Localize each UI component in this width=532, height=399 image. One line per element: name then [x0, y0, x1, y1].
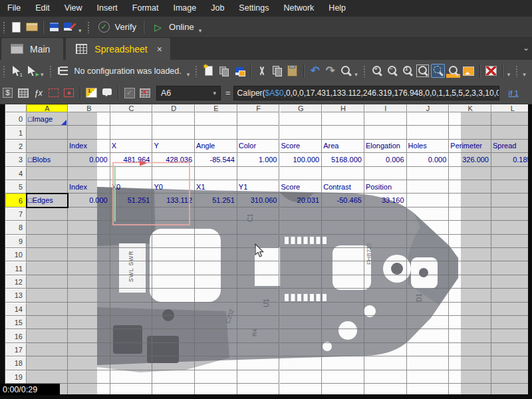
grid-cell-D3[interactable]: 428.036 [152, 153, 195, 166]
grid-cell-J18[interactable] [407, 356, 450, 370]
grid-cell-K11[interactable] [449, 261, 491, 275]
column-header-D[interactable]: D [152, 104, 195, 112]
grid-cell-I12[interactable] [364, 275, 407, 289]
grid-cell-D6[interactable]: 133.112 [152, 194, 195, 207]
grid-cell-C3[interactable]: 481.964 [110, 153, 153, 166]
grid-cell-E1[interactable] [195, 126, 237, 139]
row-header-15[interactable]: 15 [5, 316, 27, 329]
grid-cell-I14[interactable] [364, 303, 407, 316]
zoom-in-icon[interactable]: + [370, 64, 384, 78]
grid-cell-F2[interactable]: Color [237, 140, 280, 153]
grid-cell-L10[interactable] [491, 248, 532, 261]
grid-cell-E5[interactable]: X1 [195, 180, 237, 194]
sep-handle[interactable] [143, 21, 144, 34]
row-header-16[interactable]: 16 [5, 329, 27, 342]
grid-cell-B5[interactable]: Index [68, 180, 110, 194]
grid-cell-A8[interactable] [27, 221, 68, 234]
menu-edit[interactable]: Edit [28, 0, 57, 17]
grid-cell-H18[interactable] [322, 356, 364, 370]
verify-button[interactable]: Verify [96, 20, 137, 34]
grid-cell-G12[interactable] [280, 275, 323, 289]
grid-cell-C12[interactable] [110, 275, 153, 289]
dd-handle[interactable]: ▾ [507, 71, 511, 78]
grid-cell-K7[interactable] [449, 207, 491, 221]
grid-cell-D5[interactable]: Y0 [152, 180, 195, 194]
grid-cell-E14[interactable] [195, 303, 237, 316]
grid-cell-B2[interactable]: Index [68, 140, 110, 153]
grid-cell-I6[interactable]: 33.160 [364, 194, 407, 207]
grid-cell-C7[interactable] [110, 207, 153, 221]
grid-cell-D13[interactable] [152, 289, 195, 302]
grid-cell-A13[interactable] [27, 289, 68, 302]
grid-cell-F15[interactable] [237, 316, 280, 329]
column-header-E[interactable]: E [195, 104, 237, 112]
grid-cell-C16[interactable] [110, 329, 153, 342]
grid-cell-H16[interactable] [322, 329, 364, 342]
menu-view[interactable]: View [57, 0, 90, 17]
grid-cell-L3[interactable]: 0.185 [491, 153, 532, 166]
row-header-2[interactable]: 2 [5, 140, 27, 153]
grid-cell-L11[interactable] [491, 261, 532, 275]
grid-cell-G2[interactable]: Score [280, 140, 323, 153]
grid-cell-F6[interactable]: 310.060 [237, 194, 280, 207]
tab-spreadsheet[interactable]: Spreadsheet × [66, 38, 170, 60]
grid-cell-K19[interactable] [449, 370, 491, 384]
grid-cell-L1[interactable] [491, 126, 532, 139]
grid-cell-H0[interactable] [322, 112, 364, 126]
grid-cell-B10[interactable] [68, 248, 110, 261]
grid-cell-J2[interactable]: Holes [407, 140, 450, 153]
grid-cell-E2[interactable]: Angle [195, 140, 237, 153]
grid-cell-K4[interactable] [449, 167, 491, 180]
grid-cell-B12[interactable] [68, 275, 110, 289]
row-header-5[interactable]: 5 [5, 180, 27, 194]
grid-cell-A3[interactable]: □Blobs [27, 153, 68, 166]
grid-cell-F7[interactable] [237, 207, 280, 221]
run-mode-icon[interactable] [25, 64, 39, 78]
grid-cell-D16[interactable] [152, 329, 195, 342]
enable-cell-icon[interactable] [122, 86, 136, 100]
grid-cell-C19[interactable] [110, 370, 153, 384]
column-header-K[interactable]: K [449, 104, 491, 112]
grid-cell-J3[interactable]: 0.000 [407, 153, 450, 166]
grid-cell-F4[interactable] [237, 167, 280, 180]
grid-cell-I2[interactable]: Elongation [364, 140, 407, 153]
column-header-G[interactable]: G [280, 104, 323, 112]
grid-cell-E13[interactable] [195, 289, 237, 302]
grid-cell-A7[interactable] [27, 207, 68, 221]
grid-cell-I5[interactable]: Position [364, 180, 407, 194]
grid-cell-C10[interactable] [110, 248, 153, 261]
grid-cell-F5[interactable]: Y1 [237, 180, 280, 194]
grid-cell-H11[interactable] [322, 261, 364, 275]
grid-cell-B13[interactable] [68, 289, 110, 302]
column-header-A[interactable]: A [27, 104, 68, 112]
grid-cell-C4[interactable] [110, 167, 153, 180]
show-image-icon[interactable] [462, 64, 475, 78]
grid-cell-K17[interactable] [449, 343, 491, 356]
grid-cell-K3[interactable]: 326.000 [449, 153, 491, 166]
grid-cell-D18[interactable] [152, 356, 195, 370]
grid-cell-H19[interactable] [322, 370, 364, 384]
io-configuration-icon[interactable] [56, 64, 70, 78]
grid-cell-F14[interactable] [237, 303, 280, 316]
column-header-H[interactable]: H [322, 104, 364, 112]
grid-cell-A15[interactable] [27, 316, 68, 329]
grid-cell-K5[interactable] [449, 180, 491, 194]
sep-handle[interactable] [118, 86, 118, 100]
grid-cell-I15[interactable] [364, 316, 407, 329]
zoom-out-icon[interactable]: − [385, 64, 399, 78]
grid-cell-L9[interactable] [491, 235, 532, 248]
menu-format[interactable]: Format [125, 0, 166, 17]
grid-cell-B15[interactable] [68, 316, 110, 329]
grid-cell-F0[interactable] [237, 112, 280, 126]
grid-cell-C14[interactable] [110, 303, 153, 316]
grid-cell-E11[interactable] [195, 261, 237, 275]
grid-cell-H1[interactable] [322, 126, 364, 139]
grid-cell-J13[interactable] [407, 289, 450, 302]
if-link[interactable]: if 1 [509, 89, 519, 97]
grid-cell-A5[interactable] [27, 180, 68, 194]
grid-cell-C18[interactable] [110, 356, 153, 370]
new-snippet-icon[interactable] [201, 64, 215, 78]
column-header-I[interactable]: I [364, 104, 407, 112]
grid-cell-B9[interactable] [68, 235, 110, 248]
zoom-image-to-fit-icon[interactable] [446, 64, 460, 78]
